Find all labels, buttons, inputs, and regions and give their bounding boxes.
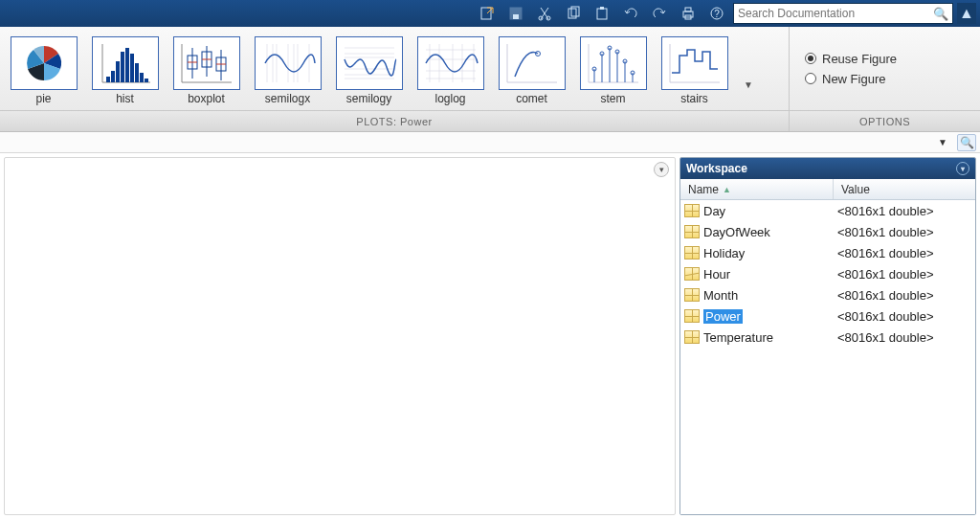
plots-section-label: PLOTS: Power [0, 110, 789, 131]
variable-name: Temperature [703, 330, 837, 345]
svg-rect-20 [125, 48, 129, 82]
svg-rect-16 [106, 77, 110, 82]
workspace-variable-row[interactable]: DayOfWeek<8016x1 double> [680, 221, 975, 242]
plot-type-loglog[interactable]: loglog [414, 36, 486, 105]
variable-icon [684, 309, 700, 323]
variable-value: <8016x1 double> [837, 309, 975, 324]
variable-value: <8016x1 double> [837, 225, 975, 239]
variable-value: <8016x1 double> [837, 246, 975, 260]
plot-type-comet[interactable]: comet [496, 36, 568, 105]
workspace-variable-row[interactable]: Hour<8016x1 double> [680, 263, 975, 284]
plot-type-semilogx[interactable]: semilogx [252, 36, 323, 105]
top-toolbar: ? 🔍 ▲ [0, 0, 980, 27]
svg-rect-0 [481, 8, 491, 19]
variable-name: DayOfWeek [703, 225, 837, 239]
undo-icon[interactable] [618, 3, 643, 24]
variable-value: <8016x1 double> [837, 204, 975, 218]
plot-type-stem[interactable]: stem [577, 36, 649, 105]
svg-rect-18 [116, 61, 120, 82]
svg-rect-24 [145, 79, 148, 82]
search-documentation-field[interactable] [738, 7, 933, 20]
variable-name: Hour [703, 267, 837, 282]
svg-rect-2 [513, 14, 519, 19]
variable-icon [684, 225, 700, 238]
workspace-variable-row[interactable]: Day<8016x1 double> [680, 200, 975, 221]
variable-value: <8016x1 double> [837, 330, 975, 345]
plot-label: semilogy [346, 92, 391, 105]
layout-dropdown-icon[interactable]: ▼ [932, 137, 953, 147]
plot-label: pie [35, 92, 51, 105]
svg-point-3 [539, 16, 543, 20]
save-icon[interactable] [503, 3, 528, 24]
svg-rect-17 [111, 71, 115, 82]
plot-label: loglog [434, 92, 465, 105]
options-panel: Reuse Figure New Figure OPTIONS [789, 27, 980, 131]
svg-rect-10 [685, 8, 691, 11]
options-section-label: OPTIONS [790, 110, 980, 131]
panel-actions-icon[interactable]: ▾ [654, 162, 669, 177]
workspace-actions-icon[interactable]: ▾ [956, 162, 969, 175]
plots-ribbon: pie hist [0, 27, 980, 132]
variable-name: Day [703, 204, 837, 218]
plot-gallery: pie hist [0, 27, 789, 110]
paste-icon[interactable] [590, 3, 614, 24]
svg-rect-21 [130, 54, 134, 82]
plot-gallery-dropdown-icon[interactable]: ▼ [740, 51, 757, 90]
workspace-variable-row[interactable]: Power<8016x1 double> [680, 305, 975, 327]
search-documentation-input[interactable]: 🔍 [733, 3, 953, 24]
variable-name: Holiday [703, 246, 837, 260]
plot-type-stairs[interactable]: stairs [658, 36, 730, 105]
svg-rect-19 [121, 52, 124, 82]
redo-icon[interactable] [647, 3, 672, 24]
plot-label: comet [516, 92, 547, 105]
svg-text:?: ? [714, 9, 720, 19]
svg-rect-22 [135, 63, 139, 82]
workspace-columns-header[interactable]: Name▲ Value [680, 179, 975, 200]
plot-label: boxplot [188, 92, 225, 105]
workspace-variable-row[interactable]: Temperature<8016x1 double> [680, 327, 975, 348]
plot-label: stairs [680, 92, 708, 105]
svg-point-4 [546, 16, 550, 20]
workspace-variable-row[interactable]: Holiday<8016x1 double> [680, 242, 975, 263]
radio-icon [805, 73, 816, 84]
workspace-variable-row[interactable]: Month<8016x1 double> [680, 284, 975, 305]
workspace-variable-list[interactable]: Day<8016x1 double>DayOfWeek<8016x1 doubl… [680, 200, 975, 514]
column-value-header[interactable]: Value [834, 183, 975, 196]
address-strip: ▼ 🔍 [0, 132, 980, 153]
svg-rect-8 [600, 7, 604, 10]
collapse-toolstrip-icon[interactable]: ▲ [957, 3, 976, 24]
new-figure-label: New Figure [822, 72, 885, 86]
plot-label: stem [600, 92, 625, 105]
reuse-figure-radio[interactable]: Reuse Figure [805, 52, 980, 66]
plot-type-hist[interactable]: hist [89, 36, 161, 105]
reuse-figure-label: Reuse Figure [822, 52, 897, 66]
workspace-panel: Workspace ▾ Name▲ Value Day<8016x1 doubl… [679, 157, 976, 515]
variable-value: <8016x1 double> [837, 267, 975, 282]
plot-type-boxplot[interactable]: boxplot [170, 36, 242, 105]
find-files-icon[interactable]: 🔍 [957, 134, 976, 151]
help-icon[interactable]: ? [704, 3, 729, 24]
svg-rect-23 [140, 73, 144, 82]
variable-icon [684, 246, 700, 260]
svg-rect-7 [597, 9, 607, 19]
radio-icon [805, 53, 816, 64]
variable-name: Month [703, 288, 837, 303]
variable-name: Power [703, 309, 837, 324]
cut-icon[interactable] [532, 3, 557, 24]
new-figure-radio[interactable]: New Figure [805, 72, 980, 86]
plot-label: semilogx [265, 92, 310, 105]
variable-icon [684, 267, 700, 281]
variable-icon [684, 204, 700, 217]
sort-asc-icon: ▲ [723, 185, 731, 194]
plot-type-pie[interactable]: pie [8, 36, 79, 105]
variable-icon [684, 288, 700, 302]
export-icon[interactable] [475, 3, 500, 24]
editor-pane: ▾ [4, 157, 676, 515]
variable-value: <8016x1 double> [837, 288, 975, 303]
plot-type-semilogy[interactable]: semilogy [333, 36, 405, 105]
print-icon[interactable] [676, 3, 701, 24]
copy-icon[interactable] [561, 3, 586, 24]
column-name-header[interactable]: Name [688, 183, 719, 196]
plot-label: hist [116, 92, 134, 105]
search-icon[interactable]: 🔍 [933, 7, 948, 21]
